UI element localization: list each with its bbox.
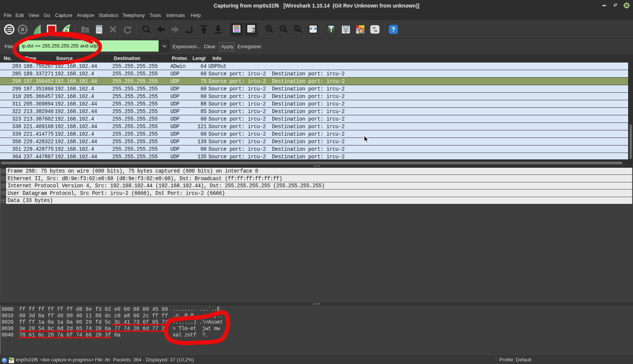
- svg-text:?: ?: [391, 26, 395, 33]
